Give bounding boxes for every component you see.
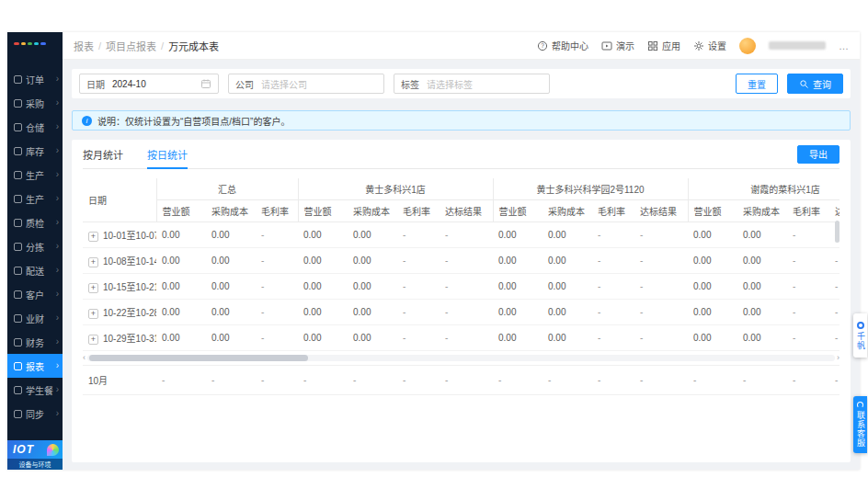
tabs: 按月统计 按日统计 导出 — [83, 140, 839, 169]
horizontal-scroll-thumb[interactable] — [89, 355, 308, 361]
cell: - — [592, 222, 634, 248]
table-row: +10-08至10-140.000.00-0.000.00--0.000.00-… — [83, 248, 839, 274]
sidebar-item-仓储[interactable]: 仓储› — [7, 115, 63, 139]
contact-support-tab[interactable]: 联系客服 — [853, 396, 867, 453]
user-menu-ellipsis[interactable]: … — [839, 40, 849, 51]
column-subheader: 达标结果 — [634, 200, 688, 222]
sidebar-item-财务[interactable]: 财务› — [7, 330, 63, 354]
cell: - — [592, 248, 634, 274]
horizontal-scrollbar[interactable] — [87, 355, 835, 361]
expand-icon[interactable]: + — [88, 309, 98, 319]
breadcrumb-item[interactable]: 项目点报表 — [106, 39, 156, 53]
chevron-right-icon: › — [56, 218, 59, 227]
sidebar-item-生产[interactable]: 生产› — [7, 187, 63, 210]
breadcrumb: 报表 / 项目点报表 / 万元成本表 — [74, 39, 219, 53]
expand-icon[interactable]: + — [88, 257, 98, 267]
demo-icon — [601, 40, 612, 51]
column-group-1: 黄士多科兴1店 — [298, 178, 493, 200]
expand-icon[interactable]: + — [88, 335, 98, 345]
query-button[interactable]: 查询 — [787, 74, 843, 94]
chevron-right-icon: › — [56, 385, 59, 394]
cell: 0.00 — [493, 300, 542, 325]
vertical-scrollbar[interactable] — [835, 221, 839, 243]
sidebar-item-质检[interactable]: 质检› — [7, 210, 63, 234]
cell: - — [397, 325, 440, 351]
cell: 0.00 — [298, 274, 348, 300]
cell: 0.00 — [542, 300, 592, 325]
cell: 0.00 — [298, 248, 348, 274]
cell: 0.00 — [206, 325, 256, 351]
tag-field-placeholder: 请选择标签 — [427, 77, 542, 91]
sidebar-item-配送[interactable]: 配送› — [7, 258, 63, 282]
column-group-2: 黄士多科兴科学园2号1120 — [493, 178, 688, 200]
company-field[interactable]: 公司 请选择公司 — [228, 74, 384, 94]
sidebar-item-生产[interactable]: 生产› — [7, 163, 63, 187]
tab-monthly[interactable]: 按月统计 — [83, 140, 123, 168]
expand-icon[interactable]: + — [88, 232, 98, 242]
apps-link[interactable]: 应用 — [647, 39, 680, 52]
sidebar-item-客户[interactable]: 客户› — [7, 282, 63, 306]
column-subheader: 达标结果 — [829, 200, 839, 222]
cell: 0.00 — [737, 300, 787, 325]
help-icon: ? — [537, 40, 548, 51]
production-icon — [14, 171, 22, 179]
sidebar-item-报表[interactable]: 报表› — [7, 354, 63, 378]
summary-cell: - — [440, 366, 493, 395]
sidebar-item-label: 分拣 — [26, 240, 56, 254]
tag-field[interactable]: 标签 请选择标签 — [394, 74, 550, 94]
avatar[interactable] — [739, 38, 756, 54]
export-button[interactable]: 导出 — [797, 145, 839, 164]
help-center-link[interactable]: ? 帮助中心 — [537, 39, 588, 52]
column-group-3: 谢霞的菜科兴1店 — [688, 178, 839, 200]
warehouse-icon — [14, 123, 22, 131]
sidebar-item-分拣[interactable]: 分拣› — [7, 234, 63, 258]
breadcrumb-item[interactable]: 报表 — [74, 39, 94, 53]
cell: 0.00 — [688, 274, 737, 300]
sidebar-item-订单[interactable]: 订单› — [7, 67, 63, 91]
cell: 0.00 — [156, 274, 206, 300]
cell: 0.00 — [737, 274, 787, 300]
sidebar-item-label: 生产 — [26, 192, 56, 206]
cell: - — [256, 248, 298, 274]
cell: - — [592, 274, 634, 300]
date-field[interactable]: 日期 2024-10 — [79, 74, 219, 94]
sidebar-item-同步[interactable]: 同步› — [7, 402, 63, 426]
scroll-left-icon[interactable]: ‹ — [83, 354, 86, 362]
orders-icon — [14, 75, 22, 84]
column-subheader: 毛利率 — [592, 200, 634, 222]
demo-link[interactable]: 演示 — [601, 39, 634, 52]
cell: - — [440, 248, 493, 274]
cell: 0.00 — [542, 222, 592, 248]
chevron-right-icon: › — [56, 242, 59, 251]
cell: 0.00 — [737, 222, 787, 248]
qianfan-tab[interactable]: 千帆 — [853, 313, 867, 358]
sidebar-item-库存[interactable]: 库存› — [7, 139, 63, 163]
sidebar: 订单›采购›仓储›库存›生产›生产›质检›分拣›配送›客户›业财›财务›报表›学… — [7, 32, 63, 470]
tab-daily[interactable]: 按日统计 — [147, 140, 188, 168]
cell: 0.00 — [348, 222, 397, 248]
cell: - — [397, 274, 440, 300]
cell: 0.00 — [298, 325, 348, 351]
settings-label: 设置 — [708, 39, 726, 52]
row-period: 10-15至10-21 — [103, 282, 156, 292]
settings-link[interactable]: 设置 — [693, 39, 726, 52]
expand-icon[interactable]: + — [88, 283, 98, 293]
cell: - — [829, 248, 839, 274]
sidebar-item-学生餐[interactable]: 学生餐› — [7, 378, 63, 402]
cell: 0.00 — [493, 248, 542, 274]
cell: - — [787, 274, 829, 300]
scroll-right-icon[interactable]: › — [837, 354, 839, 362]
cell: - — [634, 300, 688, 325]
qianfan-label: 千帆 — [856, 332, 864, 350]
cell: 0.00 — [348, 274, 397, 300]
row-period: 10-29至10-31 — [103, 334, 156, 344]
cell: 0.00 — [206, 274, 256, 300]
summary-cell: - — [206, 366, 256, 395]
column-subheader: 采购成本 — [348, 200, 397, 222]
cell: - — [440, 222, 493, 248]
cell: - — [397, 222, 440, 248]
reset-button[interactable]: 重置 — [736, 74, 778, 94]
sidebar-item-采购[interactable]: 采购› — [7, 91, 63, 115]
row-period: 10-01至10-07 — [103, 231, 156, 241]
sidebar-item-业财[interactable]: 业财› — [7, 306, 63, 330]
